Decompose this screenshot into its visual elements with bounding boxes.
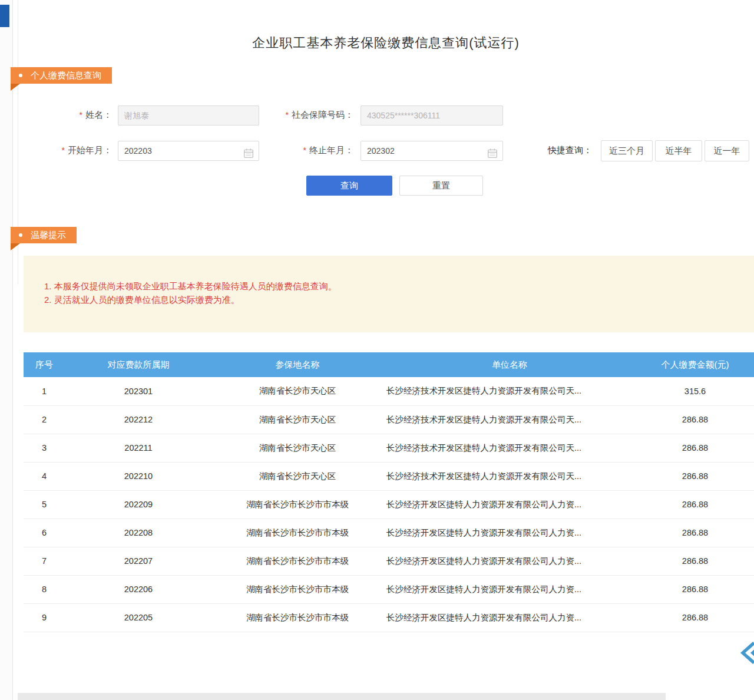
table-row: 3 202211 湖南省长沙市天心区 长沙经济技术开发区捷特人力资源开发有限公司… [24, 434, 754, 462]
cell-seq: 8 [24, 575, 65, 603]
table-row: 5 202209 湖南省长沙市长沙市市本级 长沙经济开发区捷特人力资源开发有限公… [24, 490, 754, 519]
col-header-amount: 个人缴费金额(元) [636, 352, 754, 377]
cell-seq: 2 [24, 405, 65, 434]
cell-period: 202301 [65, 377, 212, 405]
name-field: 谢旭泰 [118, 105, 259, 126]
cell-company: 长沙经济技术开发区捷特人力资源开发有限公司天... [383, 377, 636, 405]
cell-amount: 315.6 [636, 377, 754, 405]
cell-company: 长沙经济技术开发区捷特人力资源开发有限公司天... [383, 434, 636, 462]
table-body: 1 202301 湖南省长沙市天心区 长沙经济技术开发区捷特人力资源开发有限公司… [24, 377, 754, 632]
quick-query-1year-button[interactable]: 近一年 [705, 140, 749, 161]
section-badge-personal-payment-query: 个人缴费信息查询 [11, 67, 112, 84]
calendar-icon[interactable] [243, 146, 254, 165]
cell-amount: 286.88 [636, 490, 754, 519]
payment-query-page: 企业职工基本养老保险缴费信息查询(试运行) 个人缴费信息查询 *姓名： 谢旭泰 … [0, 0, 754, 700]
cell-seq: 1 [24, 377, 65, 405]
cell-period: 202210 [65, 462, 212, 490]
cell-company: 长沙经济技术开发区捷特人力资源开发有限公司天... [383, 405, 636, 434]
sidebar-collapsed-tab[interactable] [0, 5, 9, 27]
quick-query-3months-button[interactable]: 近三个月 [601, 140, 653, 161]
cell-company: 长沙经济技术开发区捷特人力资源开发有限公司天... [383, 462, 636, 490]
cell-company: 长沙经济开发区捷特人力资源开发有限公司人力资... [383, 490, 636, 519]
cell-region: 湖南省长沙市天心区 [212, 434, 383, 462]
cell-amount: 286.88 [636, 603, 754, 632]
cell-seq: 3 [24, 434, 65, 462]
left-rail [0, 0, 13, 700]
required-asterisk: * [286, 110, 289, 120]
cell-period: 202205 [65, 603, 212, 632]
cell-amount: 286.88 [636, 575, 754, 603]
quick-query-label: 快捷查询： [548, 145, 592, 156]
required-asterisk: * [62, 146, 65, 155]
payment-records-table: 序号 对应费款所属期 参保地名称 单位名称 个人缴费金额(元) 1 202301… [24, 352, 754, 632]
cell-company: 长沙经济开发区捷特人力资源开发有限公司人力资... [383, 575, 636, 603]
cell-company: 长沙经济开发区捷特人力资源开发有限公司人力资... [383, 519, 636, 547]
cell-period: 202209 [65, 490, 212, 519]
table-row: 7 202207 湖南省长沙市长沙市市本级 长沙经济开发区捷特人力资源开发有限公… [24, 547, 754, 575]
notice-box: 1. 本服务仅提供尚未领取企业职工基本养老保险待遇人员的缴费信息查询。 2. 灵… [24, 256, 754, 332]
col-header-period: 对应费款所属期 [65, 352, 212, 377]
table-row: 6 202208 湖南省长沙市长沙市市本级 长沙经济开发区捷特人力资源开发有限公… [24, 519, 754, 547]
cell-period: 202207 [65, 547, 212, 575]
col-header-seq: 序号 [24, 352, 65, 377]
query-button[interactable]: 查询 [306, 176, 392, 196]
cell-amount: 286.88 [636, 405, 754, 434]
notice-line: 2. 灵活就业人员的缴费单位信息以实际缴费为准。 [44, 293, 337, 306]
notice-line: 1. 本服务仅提供尚未领取企业职工基本养老保险待遇人员的缴费信息查询。 [44, 279, 337, 293]
section-badge-tips: 温馨提示 [11, 227, 77, 243]
table-row: 2 202212 湖南省长沙市天心区 长沙经济技术开发区捷特人力资源开发有限公司… [24, 405, 754, 434]
end-month-label: *终止年月： [271, 145, 353, 156]
bottom-scrollbar[interactable] [18, 693, 666, 700]
cell-region: 湖南省长沙市长沙市市本级 [212, 603, 383, 632]
cell-period: 202211 [65, 434, 212, 462]
cell-amount: 286.88 [636, 547, 754, 575]
cell-amount: 286.88 [636, 462, 754, 490]
cell-period: 202208 [65, 519, 212, 547]
table-row: 1 202301 湖南省长沙市天心区 长沙经济技术开发区捷特人力资源开发有限公司… [24, 377, 754, 405]
cell-period: 202212 [65, 405, 212, 434]
col-header-region: 参保地名称 [212, 352, 383, 377]
cell-seq: 7 [24, 547, 65, 575]
table-row: 9 202205 湖南省长沙市长沙市市本级 长沙经济开发区捷特人力资源开发有限公… [24, 603, 754, 632]
cell-region: 湖南省长沙市长沙市市本级 [212, 575, 383, 603]
start-month-field[interactable]: 202203 [118, 141, 259, 161]
table-row: 8 202206 湖南省长沙市长沙市市本级 长沙经济开发区捷特人力资源开发有限公… [24, 575, 754, 603]
ssn-field: 430525******306111 [361, 105, 503, 126]
table-row: 4 202210 湖南省长沙市天心区 长沙经济技术开发区捷特人力资源开发有限公司… [24, 462, 754, 490]
page-title: 企业职工基本养老保险缴费信息查询(试运行) [18, 34, 754, 52]
cell-period: 202206 [65, 575, 212, 603]
cell-company: 长沙经济开发区捷特人力资源开发有限公司人力资... [383, 603, 636, 632]
cell-region: 湖南省长沙市长沙市市本级 [212, 519, 383, 547]
cell-seq: 5 [24, 490, 65, 519]
cell-region: 湖南省长沙市天心区 [212, 405, 383, 434]
ssn-label: *社会保障号码： [271, 110, 353, 121]
badge-fold-decoration [11, 84, 20, 91]
start-month-label: *开始年月： [47, 145, 112, 156]
section-badge-label: 温馨提示 [31, 230, 66, 241]
bullet-icon [19, 74, 22, 77]
end-month-field[interactable]: 202302 [361, 141, 503, 161]
reset-button[interactable]: 重置 [399, 176, 483, 196]
cell-amount: 286.88 [636, 519, 754, 547]
cell-seq: 6 [24, 519, 65, 547]
cell-region: 湖南省长沙市长沙市市本级 [212, 490, 383, 519]
cell-region: 湖南省长沙市长沙市市本级 [212, 547, 383, 575]
cell-seq: 9 [24, 603, 65, 632]
double-chevron-left-icon[interactable] [738, 640, 754, 666]
required-asterisk: * [80, 110, 82, 120]
required-asterisk: * [303, 146, 306, 155]
quick-query-halfyear-button[interactable]: 近半年 [655, 140, 702, 161]
section-badge-label: 个人缴费信息查询 [31, 70, 101, 81]
calendar-icon[interactable] [487, 146, 498, 165]
col-header-company: 单位名称 [383, 352, 636, 377]
table-header-row: 序号 对应费款所属期 参保地名称 单位名称 个人缴费金额(元) [24, 352, 754, 377]
cell-region: 湖南省长沙市天心区 [212, 377, 383, 405]
bullet-icon [19, 233, 22, 237]
cell-seq: 4 [24, 462, 65, 490]
cell-amount: 286.88 [636, 434, 754, 462]
name-label: *姓名： [47, 110, 112, 121]
cell-company: 长沙经济开发区捷特人力资源开发有限公司人力资... [383, 547, 636, 575]
badge-fold-decoration [11, 243, 20, 250]
cell-region: 湖南省长沙市天心区 [212, 462, 383, 490]
